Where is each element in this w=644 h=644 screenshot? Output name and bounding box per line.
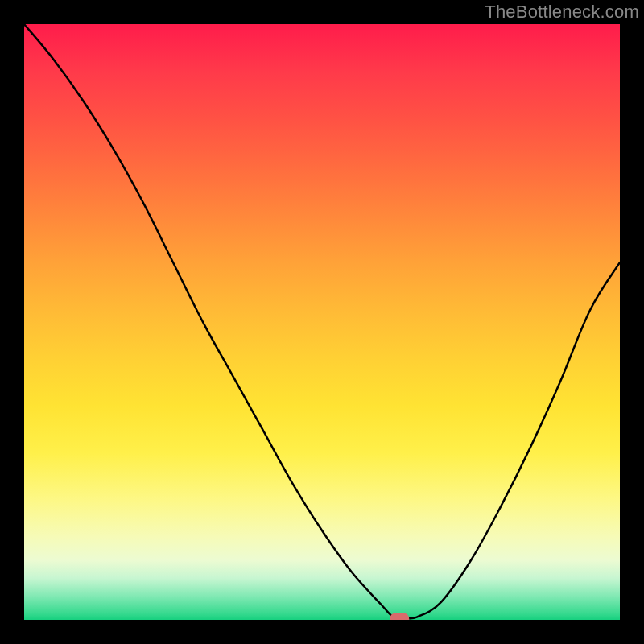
- bottleneck-curve: [24, 24, 620, 618]
- optimum-marker: [390, 613, 409, 620]
- attribution-label: TheBottleneck.com: [485, 2, 639, 23]
- chart-frame: TheBottleneck.com: [0, 0, 644, 644]
- plot-area: [24, 24, 620, 620]
- curve-layer: [24, 24, 620, 620]
